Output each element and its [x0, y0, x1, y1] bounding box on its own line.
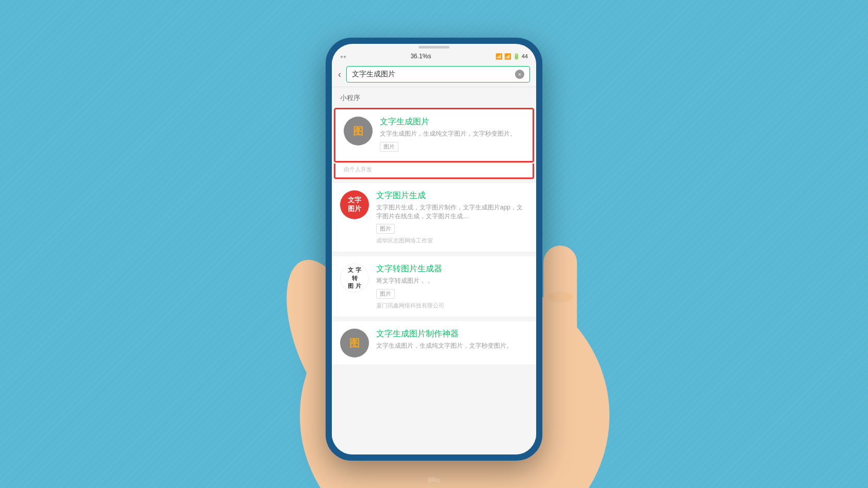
app-info-2: 文字图片生成 文字图片生成，文字图片制作，文字生成图片app，文字图片在线生成，…: [376, 190, 528, 245]
search-query: 文字生成图片: [352, 70, 395, 79]
list-item[interactable]: 文字图片 文字图片生成 文字图片生成，文字图片制作，文字生成图片app，文字图片…: [332, 183, 536, 253]
icon-text-2: 文字图片: [348, 196, 361, 214]
app-icon-3: 文 字转图 片: [340, 264, 369, 292]
developer-2: 成华区志图网络工作室: [376, 237, 528, 245]
app-tag-2: 图片: [376, 224, 395, 234]
status-bar: ●● 36.1%s 📶 📶 🔋 44: [332, 48, 536, 62]
section-header: 小程序: [332, 87, 536, 107]
divider-3: [332, 317, 536, 321]
developer-label-1: 由个人开发: [344, 166, 372, 172]
list-item[interactable]: 图 文字生成图片制作神器 文字生成图片，生成纯文字图片，文字秒变图片。: [332, 321, 536, 365]
app-desc-1: 文字生成图片，生成纯文字图片，文字秒变图片。: [380, 129, 524, 138]
svg-rect-5: [543, 246, 577, 354]
bro-watermark: BRo: [428, 477, 440, 484]
app-info-4: 文字生成图片制作神器 文字生成图片，生成纯文字图片，文字秒变图片。: [376, 329, 528, 357]
app-desc-2: 文字图片生成，文字图片制作，文字生成图片app，文字图片在线生成，文字图片生成…: [376, 203, 528, 221]
phone-wrapper: ●● 36.1%s 📶 📶 🔋 44 ‹ 文字生成图片 ×: [326, 38, 542, 461]
divider-2: [332, 252, 536, 256]
signal-icon: 📶: [504, 53, 511, 60]
icon-text-3: 文 字转图 片: [348, 266, 361, 290]
phone-frame: ●● 36.1%s 📶 📶 🔋 44 ‹ 文字生成图片 ×: [326, 38, 542, 461]
back-button[interactable]: ‹: [338, 69, 341, 80]
app-name-3: 文字转图片生成器: [376, 264, 528, 274]
app-desc-3: 将文字转成图片，，: [376, 276, 528, 285]
app-info-3: 文字转图片生成器 将文字转成图片，， 图片 厦门讯鑫网络科技有限公司: [376, 264, 528, 310]
developer-3: 厦门讯鑫网络科技有限公司: [376, 302, 528, 310]
list-item[interactable]: 图 文字生成图片 文字生成图片，生成纯文字图片，文字秒变图片。 图片: [334, 108, 534, 162]
phone-screen: ●● 36.1%s 📶 📶 🔋 44 ‹ 文字生成图片 ×: [332, 44, 536, 454]
icon-text-4: 图: [349, 336, 360, 350]
status-right: 📶 📶 🔋 44: [495, 53, 528, 60]
icon-text-1: 图: [353, 124, 363, 138]
divider-1: [332, 179, 536, 183]
search-input-container[interactable]: 文字生成图片 ×: [346, 66, 530, 83]
search-bar: ‹ 文字生成图片 ×: [332, 62, 536, 87]
list-item[interactable]: 文 字转图 片 文字转图片生成器 将文字转成图片，， 图片 厦门讯鑫网络科技有限…: [332, 256, 536, 317]
developer-1: 由个人开发: [334, 164, 534, 179]
battery-icon: 🔋: [513, 53, 520, 60]
clear-icon: ×: [518, 71, 521, 77]
app-name-2: 文字图片生成: [376, 190, 528, 201]
wifi-icon: 📶: [495, 53, 503, 60]
battery-level: 44: [522, 53, 528, 59]
app-tag-1: 图片: [380, 142, 398, 152]
network-label: ●●: [340, 54, 346, 59]
app-icon-2: 文字图片: [340, 190, 369, 219]
status-left: ●●: [340, 54, 346, 59]
status-time: 36.1%s: [410, 53, 431, 60]
content-area: 小程序 图 文字生成图片 文字生成图片，生成纯文字图片，文字秒变图片。 图片 由…: [332, 87, 536, 454]
app-tag-3: 图片: [376, 289, 395, 299]
app-desc-4: 文字生成图片，生成纯文字图片，文字秒变图片。: [376, 341, 528, 350]
app-name-4: 文字生成图片制作神器: [376, 329, 528, 339]
app-icon-4: 图: [340, 329, 369, 357]
svg-point-9: [548, 292, 573, 302]
clear-search-button[interactable]: ×: [515, 70, 524, 79]
app-icon-1: 图: [344, 117, 373, 145]
app-name-1: 文字生成图片: [380, 117, 524, 127]
app-info-1: 文字生成图片 文字生成图片，生成纯文字图片，文字秒变图片。 图片: [380, 117, 524, 154]
